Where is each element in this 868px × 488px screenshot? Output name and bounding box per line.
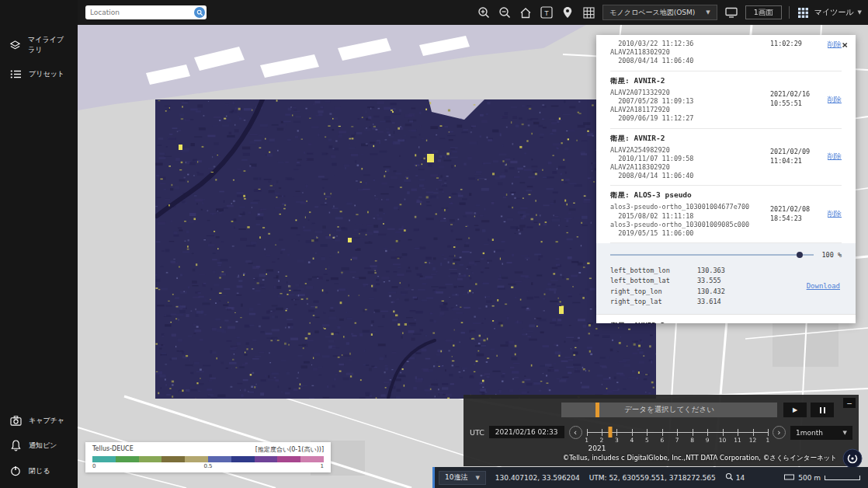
sidebar-item-label: キャプチャ: [29, 416, 64, 426]
opacity-value: 100 %: [821, 251, 842, 259]
zoom-level-value: 14: [736, 474, 745, 482]
home-icon[interactable]: [519, 5, 533, 19]
topbar-tools: T モノクロベース地図(OSM) ▼ 1画面 マイツール: [477, 5, 868, 20]
zoom-in-icon[interactable]: [477, 5, 491, 19]
sidebar-item-capture[interactable]: キャプチャ: [0, 409, 78, 433]
utm-coordinates: UTM: 52, 630559.551, 3718272.565: [589, 474, 716, 482]
data-entry: 2010/03/22 11:12:36 ALAV2A118302920 2008…: [610, 35, 842, 71]
mytools-label: マイツール: [814, 7, 854, 18]
map-scale: 500 m: [784, 474, 860, 482]
entry-title: 衛星: AVNIR-2: [610, 76, 767, 86]
sidebar: マイライブラリ プリセット キャプチャ 通知ピン: [0, 0, 78, 488]
data-entry: 衛星: ALOS-3 pseudo alos3-pseudo-ortho_103…: [610, 186, 842, 243]
interval-select[interactable]: 1month ▼: [790, 426, 852, 440]
delete-link[interactable]: 削除: [821, 40, 842, 50]
apps-grid-icon: [797, 5, 811, 19]
mytools-menu[interactable]: マイツール ▼: [797, 5, 862, 19]
utc-label: UTC: [470, 428, 484, 437]
opacity-slider[interactable]: [610, 251, 814, 259]
svg-text:T: T: [545, 9, 550, 17]
location-search-input[interactable]: [90, 9, 191, 16]
statusbar-accent: [432, 467, 435, 488]
bounds-key: left_bottom_lon: [610, 266, 697, 276]
pause-icon: [820, 407, 821, 413]
sakura-internet-logo[interactable]: [842, 448, 863, 469]
sidebar-item-mylibrary[interactable]: マイライブラリ: [0, 28, 78, 62]
text-tool-icon[interactable]: T: [540, 5, 554, 19]
scale-value: 500 m: [798, 474, 821, 482]
entry-timestamp: 2021/02/09 11:04:21: [770, 148, 818, 166]
layers-icon: [9, 40, 21, 51]
close-icon[interactable]: ×: [842, 40, 848, 50]
my-library-panel: × 2010/03/22 11:12:36 ALAV2A118302920 20…: [596, 35, 856, 323]
chevron-down-icon: ▼: [475, 475, 479, 481]
bounds-value: 130.363: [697, 266, 725, 276]
satellite-overlay-image: [155, 99, 656, 399]
legend-colorbar: [92, 456, 324, 462]
screen-layout-icon[interactable]: [724, 5, 738, 19]
data-entry: 衛星: AVNIR-2: [610, 315, 842, 323]
location-search[interactable]: [85, 5, 207, 19]
play-button[interactable]: ▶: [783, 403, 807, 417]
delete-link[interactable]: 削除: [821, 209, 842, 219]
bounds-key: right_top_lon: [610, 287, 697, 297]
search-icon[interactable]: [194, 7, 205, 18]
magnifier-icon: [725, 472, 734, 483]
basemap-select-value: モノクロベース地図(OSM): [609, 8, 695, 18]
download-link[interactable]: Download: [807, 281, 840, 292]
legend-range-label: [推定度合い(0-1(高い))]: [255, 445, 324, 454]
bounds-key: right_top_lat: [610, 297, 697, 307]
grid-tool-icon[interactable]: [582, 5, 595, 19]
bounds-value: 33.555: [697, 276, 721, 286]
slider-thumb[interactable]: [797, 252, 803, 258]
slider-track: [610, 254, 814, 256]
coordinate-format-select[interactable]: 10進法 ▼: [439, 471, 486, 485]
scale-bar: [825, 476, 860, 480]
sidebar-item-label: 閉じる: [29, 466, 50, 476]
list-icon: [9, 69, 22, 79]
chevron-right-icon[interactable]: ›: [773, 426, 786, 439]
timeline-controls: UTC 2021/02/16 02:33 ‹ 2021 123456789101…: [470, 425, 852, 451]
pause-button[interactable]: [811, 403, 834, 417]
timeline-data-selector[interactable]: データを選択してください: [561, 403, 777, 417]
legend-title: Tellus-DEUCE: [92, 445, 134, 454]
coordinate-format-value: 10進法: [445, 472, 467, 483]
sidebar-item-preset[interactable]: プリセット: [0, 62, 78, 86]
entry-title: 衛星: AVNIR-2: [610, 321, 842, 323]
screen-count-button[interactable]: 1画面: [745, 5, 782, 19]
sidebar-top-group: マイライブラリ プリセット: [0, 28, 78, 86]
ruler-icon: [784, 474, 794, 482]
bounds-value: 130.432: [697, 287, 725, 297]
timeline-ruler[interactable]: 2021 1234567891011121: [587, 425, 768, 451]
layer-settings: 100 % left_bottom_lon130.363 left_bottom…: [596, 243, 856, 315]
delete-link[interactable]: 削除: [821, 95, 842, 105]
data-entry: 衛星: AVNIR-2 ALAV2A071332920 2007/05/28 1…: [610, 71, 842, 129]
sidebar-item-notification-pin[interactable]: 通知ピン: [0, 433, 78, 458]
topbar: T モノクロベース地図(OSM) ▼ 1画面 マイツール: [0, 0, 868, 25]
separator: [789, 6, 790, 19]
legend: Tellus-DEUCE [推定度合い(0-1(高い))] 0 0.5 1: [85, 442, 331, 472]
camera-icon: [9, 416, 22, 426]
datetime-field[interactable]: 2021/02/16 02:33: [489, 426, 564, 438]
delete-link[interactable]: 削除: [821, 152, 842, 162]
sidebar-item-label: マイライブラリ: [28, 35, 68, 55]
zoom-level: 14: [725, 472, 745, 483]
chevron-down-icon: ▼: [843, 430, 847, 436]
chevron-down-icon: ▼: [858, 9, 862, 16]
basemap-select[interactable]: モノクロベース地図(OSM) ▼: [602, 5, 717, 20]
zoom-out-icon[interactable]: [498, 5, 512, 19]
pin-tool-icon[interactable]: [561, 5, 575, 19]
legend-ticks: 0 0.5 1: [92, 463, 324, 469]
map-copyright: ©Tellus, includes c DigitalGlobe, Inc.,N…: [563, 454, 837, 463]
minimize-icon[interactable]: −: [843, 398, 856, 408]
selected-data-marker: [595, 403, 599, 417]
statusbar: 10進法 ▼ 130.407102, 33.596204 UTM: 52, 63…: [432, 467, 868, 488]
chevron-left-icon[interactable]: ‹: [569, 426, 582, 439]
tellus-os-app: T モノクロベース地図(OSM) ▼ 1画面 マイツール: [0, 0, 868, 488]
bounds-readout: left_bottom_lon130.363 left_bottom_lat33…: [610, 266, 842, 307]
sidebar-item-close[interactable]: 閉じる: [0, 458, 78, 483]
entry-body: ALAV2A071332920 2007/05/28 11:09:13 ALAV…: [610, 89, 767, 124]
entry-timestamp: 2021/02/08 18:54:23: [770, 205, 818, 224]
timeline-marker[interactable]: [608, 427, 612, 437]
sidebar-bottom-group: キャプチャ 通知ピン 閉じる: [0, 409, 78, 483]
